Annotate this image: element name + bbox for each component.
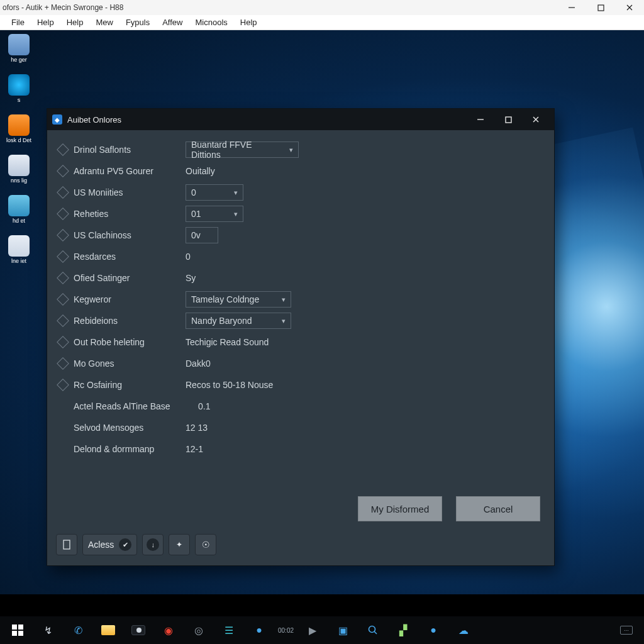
svg-rect-5: [506, 117, 511, 123]
sparkle-icon: ✦: [176, 540, 182, 549]
diamond-bullet-icon: [57, 272, 69, 284]
taskbar-phone-app[interactable]: ✆: [64, 618, 92, 643]
tray-item[interactable]: ⋯: [613, 618, 640, 643]
setting-row: Selvod Mensoges 12 13: [58, 417, 543, 438]
menu-file[interactable]: File: [5, 16, 31, 28]
shield-icon: ☉: [202, 540, 210, 550]
setting-label: Out Robe heleting: [74, 337, 186, 347]
menu-help[interactable]: Help: [31, 16, 60, 28]
setting-select[interactable]: 0▾: [186, 184, 243, 201]
taskbar-clock[interactable]: 00:02: [275, 618, 296, 643]
dialog-titlebar[interactable]: ◆ Auibet Onlores: [47, 109, 554, 130]
menubar: File Help Help Mew Fypuls Affew Micnools…: [0, 15, 644, 30]
taskbar-app[interactable]: ☁: [450, 618, 477, 643]
setting-row: Actel Reads AlTine Base 0.1: [58, 396, 543, 417]
minimize-button[interactable]: [557, 0, 586, 15]
setting-value: 0.1: [198, 401, 210, 411]
menu-micnools[interactable]: Micnools: [189, 16, 233, 28]
setting-value: Ouitally: [186, 166, 215, 176]
setting-value: 12 13: [186, 423, 208, 433]
taskbar-app[interactable]: ●: [419, 618, 447, 643]
dialog-app-icon: ◆: [52, 114, 62, 125]
setting-row: Out Robe heleting Techigic Read Sound: [58, 331, 543, 353]
start-button[interactable]: [4, 618, 31, 643]
setting-label: Resdarces: [74, 252, 186, 262]
diamond-bullet-icon: [57, 186, 69, 199]
svg-rect-1: [598, 5, 604, 11]
menu-help-2[interactable]: Help: [60, 16, 90, 28]
taskbar-app[interactable]: ▞: [389, 618, 417, 643]
setting-select[interactable]: Tamelay Coldnge▾: [186, 291, 291, 308]
taskbar-media-play[interactable]: ▶: [299, 618, 326, 643]
chevron-down-icon: ▾: [289, 146, 293, 154]
desktop-icon[interactable]: nns lig: [4, 155, 34, 184]
taskbar-app[interactable]: ◉: [155, 618, 182, 643]
setting-select[interactable]: 01▾: [186, 206, 243, 222]
diamond-bullet-icon: [57, 143, 69, 156]
taskbar-app[interactable]: ▣: [329, 618, 357, 643]
diamond-bullet-icon: [57, 293, 69, 306]
desktop: he ger s losk d Det nns lig hd et lne ie…: [0, 30, 644, 594]
download-icon: ↓: [147, 538, 159, 551]
dialog-minimize-button[interactable]: [467, 111, 494, 128]
dialog-maximize-button[interactable]: [495, 111, 521, 128]
menu-help-3[interactable]: Help: [234, 16, 264, 28]
menu-mew[interactable]: Mew: [89, 16, 119, 28]
setting-value: 12-1: [186, 444, 203, 454]
chevron-down-icon: ▾: [234, 189, 238, 197]
setting-value: Dakk0: [186, 358, 211, 369]
taskbar-search[interactable]: [359, 618, 387, 643]
setting-row: Ofied Satinger Sy: [58, 267, 543, 289]
svg-line-14: [374, 631, 377, 634]
taskbar-tray: ⋯: [613, 618, 640, 643]
toolbar-copy-button[interactable]: [56, 534, 77, 555]
setting-select[interactable]: 0v: [186, 227, 218, 243]
toolbar-download-button[interactable]: ↓: [142, 534, 164, 555]
maximize-button[interactable]: [586, 0, 615, 15]
desktop-icon[interactable]: he ger: [4, 34, 34, 63]
toolbar-shield-button[interactable]: ☉: [195, 534, 216, 555]
desktop-icon[interactable]: hd et: [4, 195, 34, 224]
setting-row: Adrantu PV5 Gourer Ouitally: [58, 160, 543, 182]
toolbar-settings-button[interactable]: ✦: [169, 534, 190, 555]
close-button[interactable]: [615, 0, 644, 15]
titlebar: ofors - Autik + Mecin Swronge - H88: [0, 0, 644, 15]
setting-value: Techigic Read Sound: [186, 337, 269, 347]
browser-icon: [8, 74, 30, 96]
toolbar-access-button[interactable]: Acless✔: [82, 534, 137, 555]
document-icon: [8, 155, 30, 176]
setting-select[interactable]: Nandy Baryond▾: [186, 313, 291, 329]
setting-row: Mo Gones Dakk0: [58, 353, 543, 374]
taskbar-app[interactable]: ●: [245, 618, 273, 643]
setting-label: Ofied Satinger: [74, 273, 186, 283]
dialog-title: Auibet Onlores: [67, 115, 467, 125]
tool-icon: [8, 195, 30, 216]
cancel-button[interactable]: Cancel: [456, 496, 540, 521]
diamond-bullet-icon: [57, 208, 69, 220]
setting-label: US Clachinoss: [74, 230, 186, 240]
menu-fypuls[interactable]: Fypuls: [119, 16, 156, 28]
setting-row: Delond & dormmanp 12-1: [58, 438, 543, 460]
menu-affew[interactable]: Affew: [156, 16, 189, 28]
desktop-icon[interactable]: losk d Det: [4, 114, 34, 143]
diamond-bullet-icon: [57, 250, 69, 263]
taskbar-explorer[interactable]: [94, 618, 122, 643]
setting-value: 0: [186, 252, 191, 262]
setting-select[interactable]: Buantard FFVE Dittions▾: [186, 142, 299, 158]
setting-row: Kegweror Tamelay Coldnge▾: [58, 289, 543, 310]
desktop-icons: he ger s losk d Det nns lig hd et lne ie…: [4, 34, 34, 264]
desktop-icon[interactable]: lne iet: [4, 235, 34, 264]
setting-row: Reheties 01▾: [58, 203, 543, 225]
desktop-icon[interactable]: s: [4, 74, 34, 103]
svg-rect-12: [18, 631, 23, 636]
diamond-bullet-icon: [57, 336, 69, 348]
taskbar-app[interactable]: ☰: [215, 618, 243, 643]
dialog-close-button[interactable]: [523, 111, 549, 128]
taskbar-app[interactable]: ◎: [185, 618, 213, 643]
primary-button[interactable]: My Disformed: [358, 496, 442, 521]
setting-row: US Moniities 0▾: [58, 182, 543, 203]
dialog-buttons: My Disformed Cancel: [358, 496, 540, 521]
setting-row: Drinol Saflonts Buantard FFVE Dittions▾: [58, 139, 543, 160]
taskbar-camera-app[interactable]: [125, 618, 152, 643]
taskbar-app[interactable]: ↯: [34, 618, 62, 643]
